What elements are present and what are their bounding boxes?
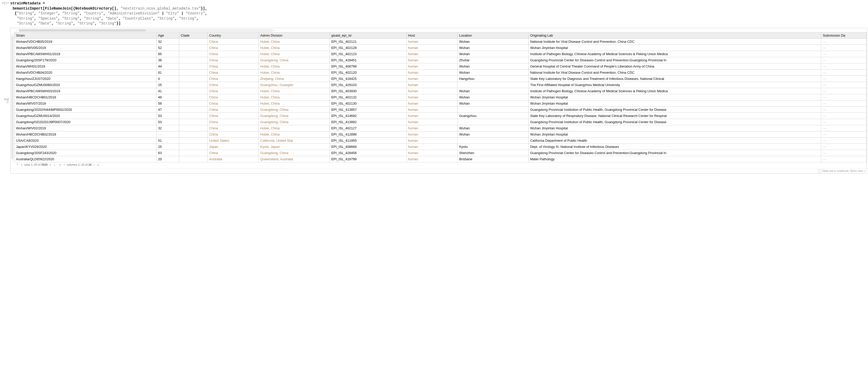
table-cell: human (406, 100, 458, 106)
table-cell: Wuhan Jinyintan Hospital (528, 45, 821, 51)
table-row[interactable]: Wuhan/HBCDCHB02/2019—ChinaHubei, ChinaEP… (14, 131, 867, 137)
rows-last-icon[interactable]: ⤓ (53, 163, 56, 166)
table-cell: Hangzhou (458, 76, 529, 82)
table-row[interactable]: Hangzhou/ZJU07/20200ChinaZhejiang, China… (14, 76, 867, 82)
table-cell: human (406, 119, 458, 125)
table-cell: 20 (156, 156, 179, 162)
table-cell: Wuhan Jinyintan Hospital (528, 131, 821, 137)
table-cell: EPI_ISL_428456 (330, 150, 406, 156)
row-paginator: ⤒ ∧ rows 1–20 of 3529 ∨ ⤓ (16, 163, 56, 166)
output-label: Out[ ]= (1, 98, 10, 104)
code-input[interactable]: strainMetadata = SemanticImport[FileName… (10, 1, 867, 26)
table-cell (179, 137, 207, 143)
table-row[interactable]: Wuhan/IPBCAMSWH01/201965ChinaHubei, Chin… (14, 51, 867, 57)
table-cell: — (156, 131, 179, 137)
table-cell: Australia/QLDID922/2020 (14, 156, 157, 162)
table-cell: China (208, 51, 259, 57)
table-cell: Guangzhou, Guangdo (258, 82, 330, 88)
table-cell: — (821, 88, 867, 94)
vertical-scroll-thumb[interactable] (11, 36, 13, 159)
scroll-left-icon[interactable]: ◁ (16, 29, 17, 31)
table-cell: EPI_ISL_402121 (330, 38, 406, 45)
table-cell: State Key Laboratory for Diagnosis and T… (528, 76, 821, 82)
table-row[interactable]: Guangzhou/GZMU0014/202053ChinaGuangdong,… (14, 113, 867, 119)
table-cell: Guangdong, China (258, 119, 330, 125)
table-row[interactable]: Guangdong/2020XN4448P0002/202047ChinaGua… (14, 106, 867, 113)
table-cell: Hubei, China (258, 94, 330, 100)
table-cell: China (208, 38, 259, 45)
table-row[interactable]: Wuhan/WIV05/201952ChinaHubei, ChinaEPI_I… (14, 45, 867, 51)
store-data-bar[interactable]: Data not in notebook; Store now » (10, 169, 867, 173)
table-cell: human (406, 156, 458, 162)
column-header[interactable]: Submission Da (821, 32, 867, 38)
rows-first-icon[interactable]: ⤒ (16, 163, 19, 166)
data-table: StrainAgeCladeCountryAdmin Divisiongisai… (14, 32, 867, 162)
table-cell: human (406, 38, 458, 45)
table-cell: Wuhan (458, 88, 529, 94)
table-cell: Wuhan/IPBCAMSWH01/2019 (14, 51, 157, 57)
table-cell: EPI_ISL_418799 (330, 156, 406, 162)
scroll-down-icon[interactable]: ▽ (11, 159, 13, 161)
table-cell: EPI_ISL_429103 (330, 82, 406, 88)
column-header[interactable]: Originating Lab (528, 32, 821, 38)
column-header[interactable]: Host (406, 32, 458, 38)
horizontal-scrollbar[interactable] (19, 29, 273, 32)
table-cell: Australia (208, 156, 259, 162)
table-cell: EPI_ISL_403930 (330, 88, 406, 94)
table-row[interactable]: Guangdong/GD2020139P0007/202053ChinaGuan… (14, 119, 867, 125)
rows-prev-icon[interactable]: ∧ (20, 163, 23, 166)
table-cell: Japan/KYV029/2020 (14, 143, 157, 150)
table-row[interactable]: Wuhan/WIV02/201932ChinaHubei, ChinaEPI_I… (14, 125, 867, 131)
table-cell: human (406, 63, 458, 69)
horizontal-scroll-thumb[interactable] (19, 29, 146, 31)
table-cell: Wuhan (458, 45, 529, 51)
table-row[interactable]: Wuhan/IVDCHB04/202061ChinaHubei, ChinaEP… (14, 69, 867, 76)
table-cell: human (406, 69, 458, 76)
table-cell: human (406, 125, 458, 131)
table-cell: 32 (156, 38, 179, 45)
table-cell: Shenzhen (458, 150, 529, 156)
cols-prev-icon[interactable]: < (63, 163, 66, 166)
column-header[interactable]: gisaid_epi_isl (330, 32, 406, 38)
column-header[interactable]: Country (208, 32, 259, 38)
table-row[interactable]: Japan/KYV029/202025JapanKyoto, JapanEPI_… (14, 143, 867, 150)
table-row[interactable]: Guangdong/20SF243/202063ChinaGuangdong, … (14, 150, 867, 156)
table-row[interactable]: Australia/QLDID922/202020AustraliaQueens… (14, 156, 867, 162)
table-cell: Wuhan (458, 51, 529, 57)
table-row[interactable]: USA/CA8/202051United StatesCalifornia, U… (14, 137, 867, 143)
column-header[interactable]: Age (156, 32, 179, 38)
rows-next-icon[interactable]: ∨ (49, 163, 52, 166)
column-header[interactable]: Clade (179, 32, 207, 38)
cols-last-icon[interactable]: >| (96, 163, 100, 166)
table-cell: State Key Laboratory of Respiratory Dise… (528, 113, 821, 119)
column-header[interactable]: Admin Division (258, 32, 330, 38)
table-row[interactable]: Wuhan/WH01/201944ChinaHubei, ChinaEPI_IS… (14, 63, 867, 69)
table-cell: China (208, 94, 259, 100)
table-cell: Guangdong, China (258, 150, 330, 156)
cols-first-icon[interactable]: |< (59, 163, 62, 166)
table-row[interactable]: Wuhan/IVDCHB05/201932ChinaHubei, ChinaEP… (14, 38, 867, 45)
table-row[interactable]: Wuhan/IPBCAMSWH03/201941ChinaHubei, Chin… (14, 88, 867, 94)
table-cell: — (821, 69, 867, 76)
column-header[interactable]: Strain (14, 32, 157, 38)
table-row[interactable]: Wuhan/WIV07/201956ChinaHubei, ChinaEPI_I… (14, 100, 867, 106)
table-row[interactable]: Guangzhou/GZMU0060/202025ChinaGuangzhou,… (14, 82, 867, 88)
vertical-scrollbar[interactable] (11, 36, 13, 159)
table-cell: 41 (156, 88, 179, 94)
table-cell: 61 (156, 69, 179, 76)
column-header[interactable]: Location (458, 32, 529, 38)
table-cell: 56 (156, 100, 179, 106)
table-cell: Wuhan/IVDCHB04/2020 (14, 69, 157, 76)
table-row[interactable]: Wuhan/HBCDCHB01/201949ChinaHubei, ChinaE… (14, 94, 867, 100)
table-cell: human (406, 94, 458, 100)
table-cell: China (208, 125, 259, 131)
scroll-right-icon[interactable]: ▷ (274, 29, 276, 31)
table-cell: Zhuhai (458, 57, 529, 63)
table-row[interactable]: Guangdong/20SF179/202036ChinaGuangdong, … (14, 57, 867, 63)
table-cell: 49 (156, 94, 179, 100)
table-cell: China (208, 119, 259, 125)
scroll-up-icon[interactable]: △ (11, 33, 13, 35)
table-cell: EPI_ISL_413857 (330, 106, 406, 113)
table-cell: EPI_ISL_412898 (330, 131, 406, 137)
cols-next-icon[interactable]: > (92, 163, 95, 166)
